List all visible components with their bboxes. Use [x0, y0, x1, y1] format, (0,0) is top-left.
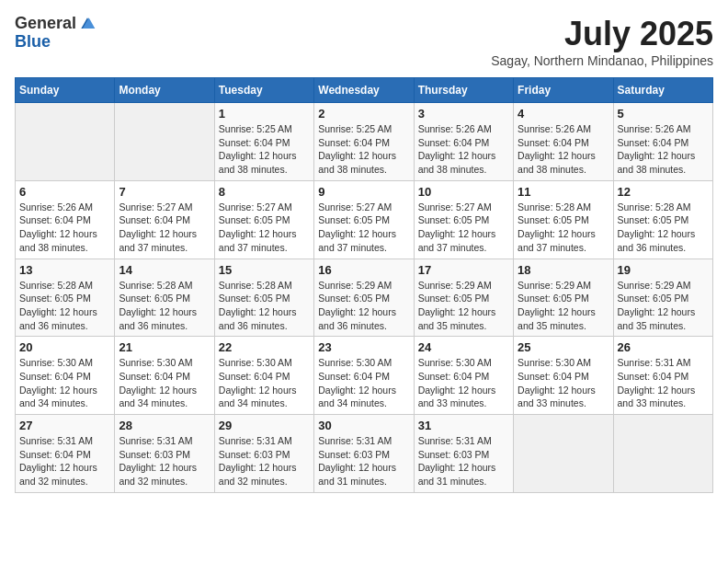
logo: General Blue: [15, 15, 97, 52]
day-number: 18: [518, 263, 609, 277]
location-subtitle: Sagay, Northern Mindanao, Philippines: [491, 53, 713, 68]
calendar-cell: 22Sunrise: 5:30 AM Sunset: 6:04 PM Dayli…: [214, 337, 313, 415]
calendar-cell: 19Sunrise: 5:29 AM Sunset: 6:05 PM Dayli…: [613, 259, 712, 337]
calendar-cell: 28Sunrise: 5:31 AM Sunset: 6:03 PM Dayli…: [115, 415, 214, 493]
day-info: Sunrise: 5:28 AM Sunset: 6:05 PM Dayligh…: [19, 279, 110, 333]
day-number: 5: [618, 107, 709, 121]
day-info: Sunrise: 5:29 AM Sunset: 6:05 PM Dayligh…: [318, 279, 409, 333]
title-area: July 2025 Sagay, Northern Mindanao, Phil…: [491, 15, 713, 68]
day-number: 2: [318, 107, 409, 121]
calendar-header-row: SundayMondayTuesdayWednesdayThursdayFrid…: [16, 78, 713, 103]
day-info: Sunrise: 5:27 AM Sunset: 6:05 PM Dayligh…: [318, 201, 409, 255]
day-info: Sunrise: 5:31 AM Sunset: 6:03 PM Dayligh…: [219, 434, 310, 488]
calendar-cell: 27Sunrise: 5:31 AM Sunset: 6:04 PM Dayli…: [16, 415, 115, 493]
day-info: Sunrise: 5:27 AM Sunset: 6:05 PM Dayligh…: [418, 201, 509, 255]
day-number: 8: [219, 185, 310, 199]
day-info: Sunrise: 5:26 AM Sunset: 6:04 PM Dayligh…: [418, 122, 509, 177]
day-info: Sunrise: 5:26 AM Sunset: 6:04 PM Dayligh…: [518, 122, 609, 177]
day-number: 13: [19, 263, 110, 277]
day-number: 14: [119, 263, 210, 277]
weekday-header-monday: Monday: [115, 78, 214, 103]
day-number: 30: [318, 419, 409, 432]
day-number: 9: [318, 185, 409, 199]
day-number: 12: [618, 185, 709, 199]
calendar-cell: 2Sunrise: 5:25 AM Sunset: 6:04 PM Daylig…: [314, 103, 414, 181]
day-number: 21: [119, 340, 210, 354]
day-number: 10: [418, 185, 509, 199]
day-info: Sunrise: 5:25 AM Sunset: 6:04 PM Dayligh…: [219, 122, 310, 177]
day-number: 20: [19, 340, 110, 354]
calendar-cell: 12Sunrise: 5:28 AM Sunset: 6:05 PM Dayli…: [613, 180, 712, 259]
calendar-cell: 3Sunrise: 5:26 AM Sunset: 6:04 PM Daylig…: [414, 103, 513, 181]
calendar-cell: 6Sunrise: 5:26 AM Sunset: 6:04 PM Daylig…: [16, 180, 115, 259]
day-number: 16: [318, 263, 409, 277]
calendar-week-5: 27Sunrise: 5:31 AM Sunset: 6:04 PM Dayli…: [16, 415, 713, 493]
calendar-cell: 9Sunrise: 5:27 AM Sunset: 6:05 PM Daylig…: [314, 180, 414, 259]
day-number: 29: [219, 419, 310, 432]
day-info: Sunrise: 5:31 AM Sunset: 6:04 PM Dayligh…: [19, 434, 110, 488]
calendar-cell: [16, 103, 115, 181]
day-info: Sunrise: 5:28 AM Sunset: 6:05 PM Dayligh…: [119, 279, 210, 333]
day-info: Sunrise: 5:27 AM Sunset: 6:04 PM Dayligh…: [119, 201, 210, 255]
weekday-header-wednesday: Wednesday: [314, 78, 414, 103]
day-info: Sunrise: 5:31 AM Sunset: 6:03 PM Dayligh…: [119, 434, 210, 488]
day-number: 7: [119, 185, 210, 199]
page-header: General Blue July 2025 Sagay, Northern M…: [15, 15, 713, 68]
day-info: Sunrise: 5:29 AM Sunset: 6:05 PM Dayligh…: [418, 279, 509, 333]
calendar-cell: 17Sunrise: 5:29 AM Sunset: 6:05 PM Dayli…: [414, 259, 513, 337]
calendar-cell: 14Sunrise: 5:28 AM Sunset: 6:05 PM Dayli…: [115, 259, 214, 337]
day-number: 1: [219, 107, 310, 121]
calendar-cell: 24Sunrise: 5:30 AM Sunset: 6:04 PM Dayli…: [414, 337, 513, 415]
day-info: Sunrise: 5:25 AM Sunset: 6:04 PM Dayligh…: [318, 122, 409, 177]
weekday-header-friday: Friday: [514, 78, 613, 103]
calendar-week-3: 13Sunrise: 5:28 AM Sunset: 6:05 PM Dayli…: [16, 259, 713, 337]
day-number: 27: [19, 419, 110, 432]
day-number: 24: [418, 340, 509, 354]
day-number: 17: [418, 263, 509, 277]
logo-blue-text: Blue: [15, 33, 97, 52]
day-number: 26: [618, 340, 709, 354]
calendar-cell: 23Sunrise: 5:30 AM Sunset: 6:04 PM Dayli…: [314, 337, 414, 415]
day-number: 25: [518, 340, 609, 354]
day-number: 6: [19, 185, 110, 199]
day-info: Sunrise: 5:29 AM Sunset: 6:05 PM Dayligh…: [518, 279, 609, 333]
calendar-cell: 7Sunrise: 5:27 AM Sunset: 6:04 PM Daylig…: [115, 180, 214, 259]
day-number: 22: [219, 340, 310, 354]
calendar-cell: [514, 415, 613, 493]
day-info: Sunrise: 5:31 AM Sunset: 6:03 PM Dayligh…: [318, 434, 409, 488]
day-number: 31: [418, 419, 509, 432]
day-info: Sunrise: 5:30 AM Sunset: 6:04 PM Dayligh…: [418, 356, 509, 410]
day-info: Sunrise: 5:31 AM Sunset: 6:04 PM Dayligh…: [618, 356, 709, 410]
day-number: 23: [318, 340, 409, 354]
calendar-cell: 11Sunrise: 5:28 AM Sunset: 6:05 PM Dayli…: [514, 180, 613, 259]
day-info: Sunrise: 5:30 AM Sunset: 6:04 PM Dayligh…: [518, 356, 609, 410]
day-info: Sunrise: 5:28 AM Sunset: 6:05 PM Dayligh…: [219, 279, 310, 333]
day-info: Sunrise: 5:28 AM Sunset: 6:05 PM Dayligh…: [518, 201, 609, 255]
calendar-cell: 29Sunrise: 5:31 AM Sunset: 6:03 PM Dayli…: [214, 415, 313, 493]
weekday-header-sunday: Sunday: [16, 78, 115, 103]
calendar-cell: 4Sunrise: 5:26 AM Sunset: 6:04 PM Daylig…: [514, 103, 613, 181]
calendar-week-1: 1Sunrise: 5:25 AM Sunset: 6:04 PM Daylig…: [16, 103, 713, 181]
calendar-cell: 21Sunrise: 5:30 AM Sunset: 6:04 PM Dayli…: [115, 337, 214, 415]
day-info: Sunrise: 5:29 AM Sunset: 6:05 PM Dayligh…: [618, 279, 709, 333]
day-number: 28: [119, 419, 210, 432]
calendar-cell: 15Sunrise: 5:28 AM Sunset: 6:05 PM Dayli…: [214, 259, 313, 337]
logo-icon: [78, 15, 97, 33]
weekday-header-tuesday: Tuesday: [214, 78, 313, 103]
calendar-table: SundayMondayTuesdayWednesdayThursdayFrid…: [15, 77, 713, 493]
calendar-cell: 20Sunrise: 5:30 AM Sunset: 6:04 PM Dayli…: [16, 337, 115, 415]
day-number: 19: [618, 263, 709, 277]
calendar-cell: 10Sunrise: 5:27 AM Sunset: 6:05 PM Dayli…: [414, 180, 513, 259]
day-number: 11: [518, 185, 609, 199]
day-info: Sunrise: 5:27 AM Sunset: 6:05 PM Dayligh…: [219, 201, 310, 255]
calendar-cell: 1Sunrise: 5:25 AM Sunset: 6:04 PM Daylig…: [214, 103, 313, 181]
calendar-cell: 13Sunrise: 5:28 AM Sunset: 6:05 PM Dayli…: [16, 259, 115, 337]
day-info: Sunrise: 5:26 AM Sunset: 6:04 PM Dayligh…: [19, 201, 110, 255]
calendar-cell: [613, 415, 712, 493]
logo-general-text: General: [15, 15, 76, 33]
calendar-cell: 8Sunrise: 5:27 AM Sunset: 6:05 PM Daylig…: [214, 180, 313, 259]
month-year-title: July 2025: [491, 15, 713, 53]
calendar-cell: 31Sunrise: 5:31 AM Sunset: 6:03 PM Dayli…: [414, 415, 513, 493]
day-info: Sunrise: 5:26 AM Sunset: 6:04 PM Dayligh…: [618, 122, 709, 177]
day-info: Sunrise: 5:30 AM Sunset: 6:04 PM Dayligh…: [119, 356, 210, 410]
